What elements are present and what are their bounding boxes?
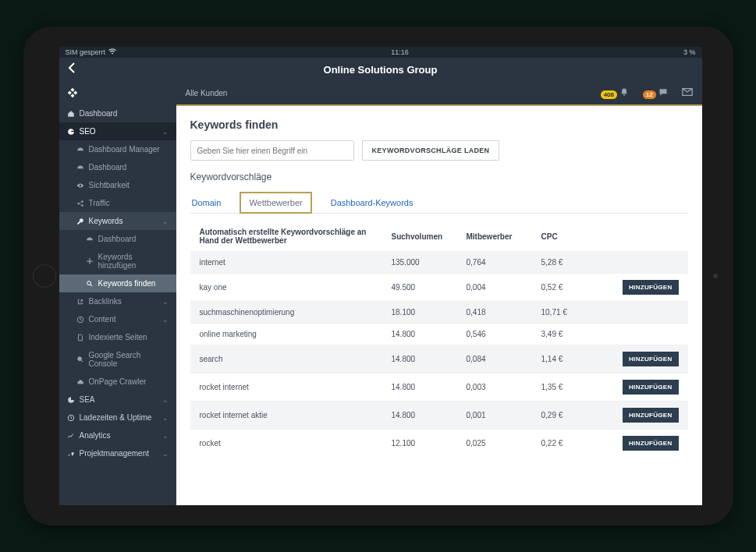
logo[interactable]: [59, 81, 176, 104]
sidebar-item-label: Dashboard: [80, 109, 118, 118]
sidebar-item-label: Dashboard Manager: [89, 145, 160, 154]
sidebar-item-label: OnPage Crawler: [89, 377, 147, 386]
sidebar-item-indexierte[interactable]: Indexierte Seiten: [59, 328, 176, 346]
chevron-down-icon: ⌄: [162, 128, 169, 136]
sidebar-item-label: Backlinks: [89, 297, 122, 306]
home-icon: [67, 110, 75, 118]
logo-icon: [67, 87, 78, 98]
cell-cpc: 10,71 €: [541, 308, 604, 317]
chevron-down-icon: ⌄: [162, 396, 169, 404]
tab-domain[interactable]: Domain: [190, 193, 223, 212]
tab-wettbewerber[interactable]: Wettbewerber: [240, 192, 311, 214]
mail-button[interactable]: [682, 87, 693, 98]
table-row: search14.8000,0841,14 €HINZUFÜGEN: [190, 345, 688, 373]
cell-volume: 18.100: [392, 308, 462, 317]
sidebar-item-label: Sichtbarkeit: [89, 181, 130, 189]
truck-icon: [67, 450, 75, 458]
svg-point-2: [81, 204, 83, 207]
sidebar: Dashboard SEO ⌄ Dashboard Manager Dashbo…: [59, 81, 176, 505]
svg-point-0: [77, 202, 80, 204]
panel-title: Keywords finden: [190, 119, 688, 131]
add-keyword-button[interactable]: HINZUFÜGEN: [623, 436, 678, 451]
sidebar-item-gsc[interactable]: Google Search Console: [59, 346, 176, 373]
sidebar-item-label: Keywords hinzufügen: [98, 253, 169, 270]
sidebar-item-traffic[interactable]: Traffic: [59, 194, 176, 212]
sidebar-item-backlinks[interactable]: Backlinks ⌄: [59, 292, 176, 310]
all-customers-link[interactable]: Alle Kunden: [186, 89, 228, 97]
sidebar-item-kw-add[interactable]: Keywords hinzufügen: [59, 248, 176, 274]
tabs: Domain Wettbewerber Dashboard-Keywords: [190, 192, 688, 214]
cell-volume: 49.500: [392, 283, 462, 292]
add-keyword-button[interactable]: HINZUFÜGEN: [623, 280, 678, 295]
pie-chart-icon: [67, 396, 75, 404]
load-suggestions-button[interactable]: KEYWORDVORSCHLÄGE LADEN: [362, 140, 500, 161]
document-icon: [76, 334, 84, 341]
col-volume: Suchvolumen: [392, 232, 462, 241]
cell-competitors: 0,004: [467, 283, 537, 292]
sidebar-item-kw-dashboard[interactable]: Dashboard: [59, 230, 176, 248]
sidebar-item-label: Ladezeiten & Uptime: [80, 413, 152, 422]
back-button[interactable]: [67, 62, 83, 78]
cell-keyword: suchmaschinenoptimierung: [200, 308, 387, 317]
search-icon: [86, 280, 94, 288]
keywords-table: Automatisch erstellte Keywordvorschläge …: [190, 221, 688, 457]
cell-competitors: 0,003: [467, 383, 537, 391]
cell-competitors: 0,084: [467, 355, 537, 363]
svg-point-1: [81, 200, 83, 203]
sidebar-item-kw-find[interactable]: Keywords finden: [59, 274, 176, 292]
mail-icon: [682, 87, 693, 97]
cell-volume: 14.800: [392, 355, 462, 363]
table-row: rocket internet aktie14.8000,0010,29 €HI…: [190, 401, 688, 429]
nav-header: Online Solutions Group: [59, 58, 702, 81]
chevron-down-icon: ⌄: [162, 218, 169, 225]
share-icon: [76, 200, 84, 207]
cell-keyword: online marketing: [200, 330, 387, 338]
cell-keyword: search: [200, 355, 387, 363]
sidebar-item-seo[interactable]: SEO ⌄: [59, 122, 176, 140]
cell-cpc: 0,29 €: [541, 411, 604, 419]
sidebar-item-label: Keywords: [89, 217, 123, 225]
sidebar-item-projektmanagement[interactable]: Projektmanagement ⌄: [59, 444, 176, 462]
camera-dot: [713, 274, 718, 278]
sidebar-item-keywords[interactable]: Keywords ⌄: [59, 212, 176, 230]
cell-cpc: 3,49 €: [541, 330, 604, 338]
alerts-icon-wrap[interactable]: 12: [643, 87, 668, 98]
clock-icon: [67, 414, 75, 422]
google-icon: [67, 128, 75, 136]
chevron-down-icon: ⌄: [162, 450, 169, 458]
plus-icon: [86, 257, 94, 265]
add-keyword-button[interactable]: HINZUFÜGEN: [623, 408, 678, 423]
keyword-input[interactable]: [190, 140, 354, 161]
sidebar-item-sea[interactable]: SEA ⌄: [59, 391, 176, 409]
sidebar-item-label: Projektmanagement: [80, 449, 150, 458]
cell-competitors: 0,001: [467, 411, 537, 419]
notifications-bell[interactable]: 408: [601, 87, 629, 98]
search-icon: [76, 356, 84, 363]
cell-keyword: internet: [200, 258, 387, 267]
key-icon: [76, 218, 84, 225]
sidebar-item-analytics[interactable]: Analytics ⌄: [59, 426, 176, 444]
cell-volume: 14.800: [392, 330, 462, 338]
add-keyword-button[interactable]: HINZUFÜGEN: [623, 352, 678, 366]
bell-icon: [619, 87, 629, 97]
notification-badge: 408: [601, 90, 617, 99]
sidebar-item-ladezeiten[interactable]: Ladezeiten & Uptime ⌄: [59, 409, 176, 426]
cell-volume: 14.800: [392, 411, 462, 419]
add-keyword-button[interactable]: HINZUFÜGEN: [623, 380, 678, 395]
top-strip: Alle Kunden 408 12: [176, 81, 702, 104]
sidebar-item-sichtbarkeit[interactable]: Sichtbarkeit: [59, 176, 176, 194]
sidebar-item-dashboard[interactable]: Dashboard: [59, 104, 176, 122]
sidebar-item-dashboard-manager[interactable]: Dashboard Manager: [59, 140, 176, 158]
cell-volume: 14.800: [392, 383, 462, 391]
gauge-icon: [86, 235, 94, 243]
alert-badge: 12: [643, 90, 656, 99]
sidebar-item-seo-dashboard[interactable]: Dashboard: [59, 158, 176, 176]
home-button[interactable]: [33, 264, 56, 288]
sidebar-item-content[interactable]: Content ⌄: [59, 310, 176, 328]
cloud-icon: [76, 378, 84, 386]
sidebar-item-label: Analytics: [80, 431, 111, 440]
sidebar-item-onpage[interactable]: OnPage Crawler: [59, 373, 176, 391]
tab-dashboard-keywords[interactable]: Dashboard-Keywords: [329, 193, 415, 212]
cell-competitors: 0,546: [467, 330, 537, 338]
cell-keyword: kay one: [200, 283, 387, 292]
